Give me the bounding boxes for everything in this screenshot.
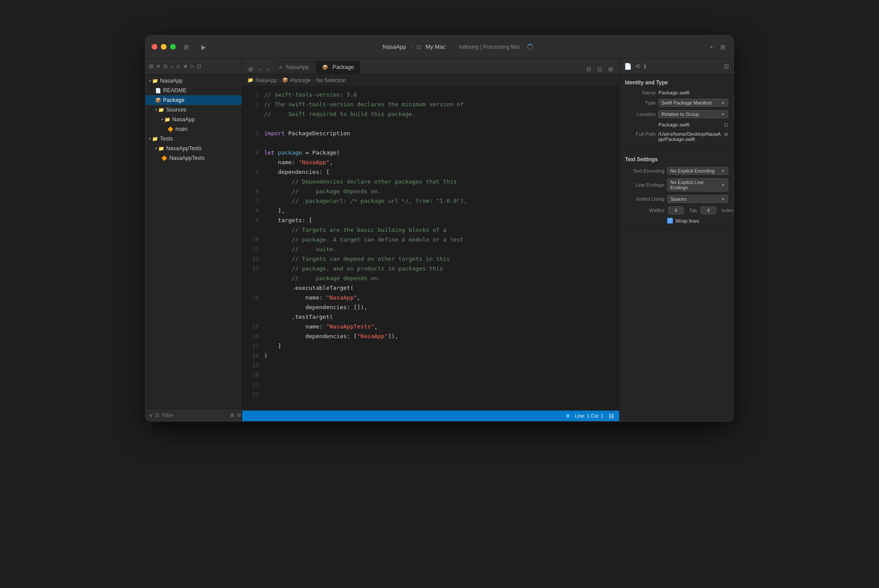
target-name: My Mac [425, 43, 446, 50]
wrap-lines-label: Wrap lines [676, 218, 699, 224]
indent-using-label: Indent Using [625, 196, 665, 202]
split-view-icon[interactable]: ⊟ [584, 65, 594, 74]
full-path-label: Full Path [625, 131, 656, 137]
indent-width-input[interactable] [701, 206, 716, 214]
search-sidebar-icon[interactable]: ⌕ [170, 63, 173, 69]
panel-toggle-icon[interactable]: ⊞ [606, 65, 616, 74]
bc-package[interactable]: Package [290, 77, 311, 83]
sidebar-item-package[interactable]: 📦 Package [145, 95, 242, 105]
inspector-panel: 📄 ⟲ ℹ ⊟ Identity and Type Name Package.s… [619, 58, 734, 421]
wrap-lines-checkbox[interactable]: ✓ [667, 218, 673, 224]
grid-editor-icon[interactable]: ⊞ [246, 65, 256, 74]
line-endings-label: Line Endings [625, 182, 665, 188]
location-field-row: Location Relative to Group ▼ [625, 110, 728, 118]
sidebar-item-nasaapp-group[interactable]: ▾ 📁 NasaApp [145, 76, 242, 86]
run-button[interactable]: ▶ [200, 42, 208, 52]
tab-package[interactable]: 📦 Package [316, 61, 360, 74]
name-field-row: Name Package.swift [625, 90, 728, 95]
filter-input[interactable] [162, 412, 228, 418]
warning-icon[interactable]: ⚠ [176, 63, 181, 69]
code-line-19: name: "NasaAppTests", [264, 322, 619, 332]
layout-footer-icon[interactable]: ⊟ [609, 412, 614, 419]
bc-nasaapp[interactable]: NasaApp [255, 77, 277, 83]
file-value: Package.swift [658, 122, 721, 127]
sidebar-item-readme[interactable]: 📄 README [145, 86, 242, 95]
encoding-select[interactable]: No Explicit Encoding ▼ [667, 167, 728, 175]
add-icon[interactable]: + [708, 42, 715, 52]
code-line-16: name: "NasaApp", [264, 293, 619, 303]
code-line-9b: // package depends on. [264, 187, 619, 196]
app-window: ⊞ ▶ NasaApp › ⊡ My Mac Indexing | Proces… [145, 35, 734, 422]
sidebar-item-main[interactable]: 🔶 main [145, 124, 242, 134]
grid-view-icon[interactable]: ⊞ [149, 63, 153, 69]
forward-editor-icon[interactable]: › [265, 65, 272, 74]
terminal-icon[interactable]: ⊡ [197, 63, 201, 69]
sidebar-item-nasaapptests-file[interactable]: 🔶 NasaAppTests [145, 153, 242, 163]
line-endings-select[interactable]: No Explicit Line Endings ▼ [667, 178, 728, 191]
close-button[interactable] [152, 44, 157, 50]
layout-sidebar-icon[interactable]: ⊡ [163, 63, 167, 69]
code-line-13a: // Targets are the basic building blocks… [264, 225, 619, 235]
sidebar-item-label: NasaAppTests [166, 145, 202, 152]
minimize-button[interactable] [161, 44, 167, 50]
sidebar-item-nasaapptests-folder[interactable]: ▾ 📁 NasaAppTests [145, 144, 242, 153]
sidebar-item-sources[interactable]: ▾ 📁 Sources [145, 105, 242, 115]
chevron-down-icon: ▾ [161, 117, 163, 122]
tab-nasaapp-label: NasaApp [286, 64, 309, 70]
tests-sub-folder-icon: 📁 [158, 146, 164, 152]
error-icon[interactable]: ⊗ [183, 63, 188, 69]
filter-options-icon[interactable]: ⊞ [230, 412, 234, 418]
cursor-position: Line: 1 Col: 1 [575, 413, 603, 418]
code-line-17: dependencies: []), [264, 303, 619, 312]
tab-nasaapp[interactable]: ≡ NasaApp [273, 61, 315, 74]
close-sidebar-icon[interactable]: ✕ [156, 63, 160, 69]
sidebar-toggle-icon[interactable]: ⊞ [182, 42, 191, 52]
status-text: Indexing | Processing files [459, 44, 520, 50]
back-editor-icon[interactable]: ‹ [257, 65, 264, 74]
indent-select[interactable]: Spaces ▼ [667, 195, 728, 203]
sidebar-item-tests-group[interactable]: ▾ 📁 Tests [145, 134, 242, 144]
inspector-panel-icon[interactable]: ⊟ [724, 63, 729, 70]
info-inspector-icon[interactable]: ℹ [644, 63, 646, 70]
file-inspector-icon[interactable]: 📄 [624, 63, 632, 70]
bc-sep-1: › [279, 77, 280, 83]
code-editor[interactable]: 1 2 3 4 5 6 7 8 9 10 11 [242, 87, 619, 411]
inspector-toggle-icon[interactable]: ⊡ [595, 65, 605, 74]
code-content[interactable]: // swift-tools-version: 5.6 // The swift… [264, 87, 619, 411]
location-select[interactable]: Relative to Group ▼ [658, 110, 728, 118]
reveal-file-icon[interactable]: ⊡ [724, 122, 728, 128]
filter-sort-icon[interactable]: ⊟ [237, 412, 241, 418]
full-path-row: Full Path /Users/home/Desktop/NasaApp/Pa… [625, 131, 728, 142]
file-tree: ▾ 📁 NasaApp 📄 README 📦 Package [145, 74, 242, 409]
status-indicator [566, 414, 570, 418]
type-select[interactable]: Swift Package Manifest ▼ [658, 99, 728, 107]
tab-width-input[interactable] [668, 206, 684, 214]
bc-sep-2: › [312, 77, 314, 83]
sidebar-item-label: Sources [166, 107, 186, 113]
sidebar-item-nasaapp-folder[interactable]: ▾ 📁 NasaApp [145, 115, 242, 124]
location-select-value: Relative to Group [661, 112, 699, 117]
history-inspector-icon[interactable]: ⟲ [635, 63, 640, 70]
add-file-icon[interactable]: + [149, 412, 153, 419]
full-path-copy-icon[interactable]: ⊗ [724, 131, 728, 137]
run-sidebar-icon[interactable]: ▷ [190, 63, 194, 69]
type-chevron-icon: ▼ [721, 101, 725, 105]
code-line-12: targets: [ [264, 216, 619, 225]
full-path-value: /Users/home/Desktop/NasaApp/Package.swif… [658, 131, 721, 142]
layout-icon[interactable]: ⊞ [719, 42, 727, 52]
sidebar-toolbar: ⊞ ✕ ⊡ ⌕ ⚠ ⊗ ▷ ⊡ [145, 58, 242, 74]
code-line-1: // swift-tools-version: 5.6 [264, 90, 619, 100]
sources-folder-icon: 📁 [158, 107, 164, 113]
code-line-8: dependencies: [ [264, 167, 619, 177]
line-endings-chevron-icon: ▼ [721, 183, 725, 188]
line-endings-value: No Explicit Line Endings [670, 180, 721, 190]
code-line-2a: // The swift-tools-version declares the … [264, 100, 619, 109]
encoding-value: No Explicit Encoding [670, 168, 715, 173]
chevron-down-icon: ▾ [149, 79, 151, 83]
encoding-chevron-icon: ▼ [721, 169, 725, 173]
maximize-button[interactable] [170, 44, 176, 50]
code-line-6: let package = Package( [264, 148, 619, 158]
chevron-down-icon: ▾ [155, 108, 157, 112]
sidebar: ⊞ ✕ ⊡ ⌕ ⚠ ⊗ ▷ ⊡ ▾ 📁 NasaApp [145, 58, 242, 421]
main-content: ⊞ ✕ ⊡ ⌕ ⚠ ⊗ ▷ ⊡ ▾ 📁 NasaApp [145, 58, 734, 421]
